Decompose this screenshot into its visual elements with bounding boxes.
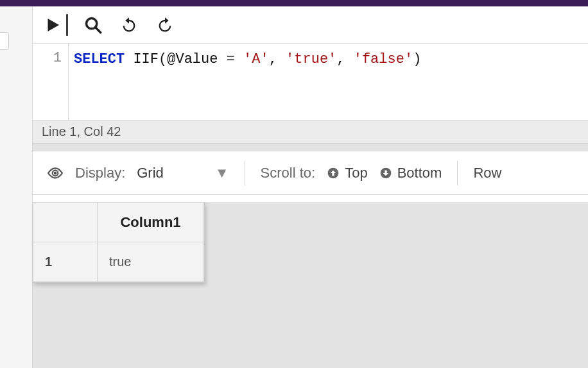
results-grid[interactable]: Column1 1 true bbox=[33, 202, 205, 283]
code-editor[interactable]: 1 SELECT IIF(@Value = 'A', 'true', 'fals… bbox=[33, 44, 588, 121]
line-gutter: 1 bbox=[33, 44, 69, 120]
string-literal-1: 'A' bbox=[243, 51, 269, 67]
main-panel: 1 SELECT IIF(@Value = 'A', 'true', 'fals… bbox=[32, 6, 588, 368]
redo-icon bbox=[156, 16, 174, 34]
scroll-top-label: Top bbox=[345, 165, 367, 181]
left-widget[interactable] bbox=[0, 32, 9, 50]
editor-toolbar bbox=[33, 6, 588, 44]
run-group bbox=[42, 14, 68, 36]
title-bar bbox=[0, 0, 588, 6]
toolbar-separator-2 bbox=[457, 161, 458, 185]
column-header[interactable]: Column1 bbox=[98, 203, 204, 242]
code-content[interactable]: SELECT IIF(@Value = 'A', 'true', 'false'… bbox=[69, 44, 588, 120]
scroll-label: Scroll to: bbox=[261, 165, 316, 181]
search-icon bbox=[84, 16, 102, 34]
left-gutter bbox=[0, 6, 32, 368]
open-paren: ( bbox=[159, 51, 167, 67]
display-label: Display: bbox=[75, 165, 125, 181]
results-area: Column1 1 true bbox=[33, 202, 588, 368]
arrow-down-circle-icon bbox=[379, 167, 392, 180]
display-mode-value: Grid bbox=[137, 165, 164, 181]
comma-2: , bbox=[336, 51, 353, 67]
data-cell[interactable]: true bbox=[98, 242, 204, 282]
status-bar: Line 1, Col 42 bbox=[33, 121, 588, 144]
search-button[interactable] bbox=[82, 14, 104, 36]
svg-point-2 bbox=[54, 171, 57, 174]
undo-button[interactable] bbox=[118, 14, 140, 36]
scroll-bottom-button[interactable]: Bottom bbox=[379, 165, 442, 181]
toolbar-separator bbox=[245, 161, 245, 185]
run-divider bbox=[66, 14, 68, 36]
cursor-position: Line 1, Col 42 bbox=[42, 124, 121, 139]
arrow-up-circle-icon bbox=[327, 167, 340, 180]
string-literal-3: 'false' bbox=[354, 51, 413, 67]
grid-table: Column1 1 true bbox=[33, 202, 204, 282]
corner-cell[interactable] bbox=[33, 203, 98, 242]
panel-separator[interactable] bbox=[33, 144, 588, 151]
undo-icon bbox=[120, 16, 138, 34]
line-number: 1 bbox=[33, 50, 62, 66]
string-literal-2: 'true' bbox=[286, 51, 336, 67]
results-toolbar: Display: Grid ▼ Scroll to: Top Bottom Ro… bbox=[33, 151, 588, 195]
table-row[interactable]: 1 true bbox=[33, 242, 204, 282]
play-icon bbox=[43, 15, 62, 35]
display-mode-select[interactable]: Grid ▼ bbox=[137, 165, 229, 181]
eye-icon bbox=[47, 165, 64, 181]
redo-button[interactable] bbox=[154, 14, 176, 36]
svg-line-1 bbox=[96, 27, 101, 32]
run-button[interactable] bbox=[42, 14, 64, 36]
eq-operator: = bbox=[218, 51, 243, 67]
close-paren: ) bbox=[413, 51, 421, 67]
row-number[interactable]: 1 bbox=[33, 242, 98, 282]
scroll-bottom-label: Bottom bbox=[397, 165, 442, 181]
chevron-down-icon: ▼ bbox=[215, 165, 229, 181]
sql-function: IIF bbox=[133, 51, 159, 67]
row-label: Row bbox=[473, 165, 501, 181]
sql-keyword: SELECT bbox=[74, 51, 125, 67]
scroll-top-button[interactable]: Top bbox=[327, 165, 367, 181]
header-row: Column1 bbox=[33, 203, 204, 242]
comma-1: , bbox=[269, 51, 286, 67]
sql-variable: @Value bbox=[167, 51, 218, 67]
